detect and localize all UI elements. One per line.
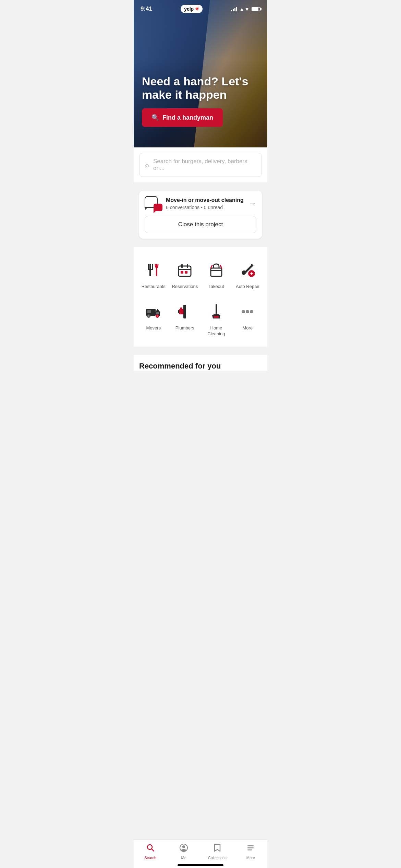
wifi-icon: ▲▼ [239, 6, 250, 12]
svg-rect-3 [148, 264, 149, 269]
category-home-cleaning[interactable]: Home Cleaning [202, 297, 230, 341]
project-arrow-icon: → [249, 199, 256, 208]
auto-repair-icon [239, 261, 256, 279]
search-input[interactable]: Search for burgers, delivery, barbers on… [153, 158, 256, 172]
more-categories-icon [239, 303, 256, 321]
category-reservations[interactable]: Reservations [170, 255, 199, 294]
category-label-takeout: Takeout [208, 284, 224, 290]
svg-rect-12 [185, 271, 187, 274]
yelp-star-icon: ✳ [195, 6, 199, 12]
category-label-more: More [243, 325, 253, 331]
close-project-button[interactable]: Close this project [145, 216, 256, 233]
movers-icon [145, 303, 162, 321]
bottom-spacer [134, 371, 267, 405]
search-icon: ⌕ [145, 161, 149, 169]
svg-point-23 [157, 315, 158, 317]
svg-rect-4 [152, 264, 153, 269]
status-time: 9:41 [141, 5, 152, 12]
signal-icon [231, 7, 237, 11]
project-text: Move-in or move-out cleaning 6 conversat… [166, 197, 249, 210]
svg-rect-10 [187, 264, 188, 268]
project-card: Move-in or move-out cleaning 6 conversat… [139, 191, 262, 239]
project-title: Move-in or move-out cleaning [166, 197, 249, 203]
svg-point-21 [148, 315, 149, 317]
divider-3 [134, 347, 267, 349]
hero-title: Need a hand? Let's make it happen [142, 75, 259, 101]
category-label-home-cleaning: Home Cleaning [203, 325, 229, 337]
battery-icon [252, 7, 260, 11]
category-label-movers: Movers [146, 325, 161, 331]
svg-rect-28 [216, 304, 217, 315]
chat-icon [145, 196, 162, 211]
category-more[interactable]: More [233, 297, 262, 341]
svg-rect-8 [179, 269, 191, 270]
status-bar: 9:41 yelp ✳ ▲▼ [134, 0, 267, 16]
category-plumbers[interactable]: Plumbers [170, 297, 199, 341]
status-icons: ▲▼ [231, 6, 260, 12]
svg-point-29 [242, 310, 245, 313]
recommended-title: Recommended for you [139, 362, 262, 371]
plumbers-icon [176, 303, 194, 321]
categories-section: Restaurants Reservations [134, 247, 267, 347]
svg-rect-18 [147, 310, 151, 313]
svg-point-30 [246, 310, 249, 313]
category-restaurants[interactable]: Restaurants [139, 255, 168, 294]
category-takeout[interactable]: Takeout [202, 255, 230, 294]
category-movers[interactable]: Movers [139, 297, 168, 341]
svg-rect-6 [156, 264, 157, 276]
category-label-plumbers: Plumbers [175, 325, 194, 331]
search-bar[interactable]: ⌕ Search for burgers, delivery, barbers … [139, 153, 262, 177]
category-label-restaurants: Restaurants [142, 284, 166, 290]
divider-1 [134, 182, 267, 185]
svg-point-31 [250, 310, 253, 313]
restaurants-icon [145, 261, 162, 279]
project-meta: 6 conversations • 0 unread [166, 205, 249, 210]
category-label-reservations: Reservations [172, 284, 198, 290]
svg-rect-26 [179, 309, 183, 314]
find-handyman-button[interactable]: 🔍 Find a handyman [142, 108, 223, 127]
svg-rect-11 [181, 271, 183, 274]
project-info: Move-in or move-out cleaning 6 conversat… [145, 196, 249, 211]
takeout-icon [207, 261, 225, 279]
project-header[interactable]: Move-in or move-out cleaning 6 conversat… [145, 196, 256, 211]
chat-bubble-sub-icon [154, 204, 162, 211]
search-section: ⌕ Search for burgers, delivery, barbers … [134, 147, 267, 182]
hero-section: 9:41 yelp ✳ ▲▼ Need [134, 0, 267, 147]
categories-grid: Restaurants Reservations [139, 255, 262, 341]
yelp-logo: yelp ✳ [181, 5, 203, 13]
hero-content: Need a hand? Let's make it happen 🔍 Find… [142, 75, 259, 127]
svg-rect-9 [181, 264, 183, 268]
svg-rect-14 [211, 270, 222, 271]
svg-rect-27 [180, 308, 182, 310]
category-auto-repair[interactable]: Auto Repair [233, 255, 262, 294]
svg-rect-13 [211, 268, 222, 276]
svg-rect-5 [148, 269, 153, 270]
recommended-section: Recommended for you [134, 355, 267, 371]
yelp-logo-text: yelp [184, 6, 194, 12]
search-icon-white: 🔍 [151, 114, 159, 121]
divider-2 [134, 244, 267, 247]
category-label-auto-repair: Auto Repair [236, 284, 259, 290]
svg-rect-19 [156, 312, 159, 314]
home-cleaning-icon [207, 303, 225, 321]
reservations-icon [176, 261, 194, 279]
